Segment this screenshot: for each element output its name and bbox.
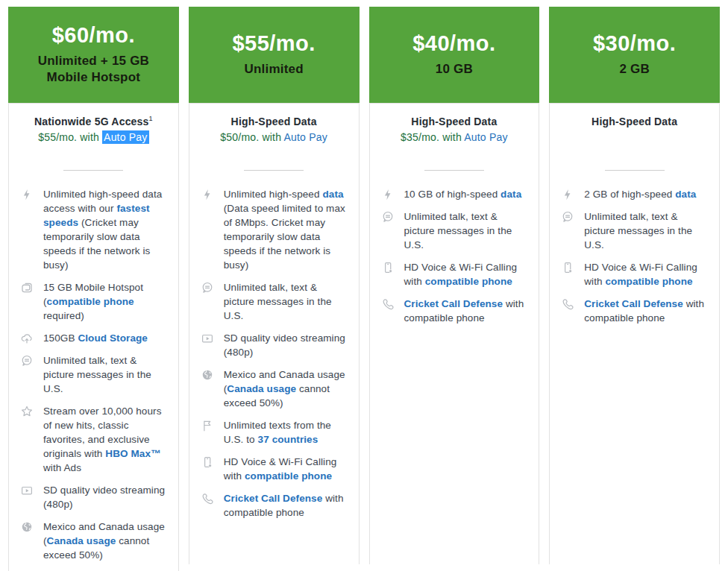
auto-pay-link[interactable]: Auto Pay (464, 131, 507, 143)
plan-header: $30/mo. 2 GB (549, 7, 720, 103)
plan-price: $60/mo. (52, 24, 136, 48)
autopay-line: $35/mo. with Auto Pay (370, 131, 539, 143)
feature-text: Mexico and Canada usage (Canada usage ca… (224, 367, 350, 410)
feature-item: Unlimited high-speed data (Data speed li… (201, 187, 350, 272)
feature-item: HD Voice & Wi-Fi Calling with compatible… (381, 260, 530, 288)
feature-list: 10 GB of high-speed dataUnlimited talk, … (370, 171, 539, 331)
feature-item: Cricket Call Defense with compatible pho… (381, 297, 530, 325)
plan-header: $40/mo. 10 GB (369, 7, 540, 103)
feature-text: Stream over 10,000 hours of new hits, cl… (43, 404, 169, 475)
star-icon (20, 405, 34, 418)
feature-link[interactable]: compatible phone (425, 276, 512, 287)
auto-pay-link[interactable]: Auto Pay (283, 131, 327, 143)
feature-item: Unlimited texts from the U.S. to 37 coun… (201, 418, 350, 447)
autopay-price: $55/mo. with (38, 131, 102, 143)
plan-subtitle: Unlimited + 15 GB Mobile Hotspot (17, 53, 170, 86)
feature-text: Cricket Call Defense with compatible pho… (584, 297, 710, 325)
plan-card-40: $40/mo. 10 GB High-Speed Data $35/mo. wi… (369, 7, 540, 564)
feature-link[interactable]: HBO Max™ (105, 448, 160, 459)
autopay-price: $35/mo. with (401, 131, 464, 143)
plan-card-30: $30/mo. 2 GB High-Speed Data 2 GB of hig… (549, 7, 720, 564)
feature-item: Mexico and Canada usage (Canada usage ca… (201, 367, 350, 410)
video-icon (201, 332, 214, 345)
plan-card-55: $55/mo. Unlimited High-Speed Data $50/mo… (189, 7, 360, 564)
feature-item: Stream over 10,000 hours of new hits, cl… (20, 404, 169, 475)
feature-text-segment: 150GB (43, 332, 78, 344)
feature-link[interactable]: Canada usage (227, 383, 296, 394)
feature-link[interactable]: compatible phone (47, 296, 134, 307)
plan-subtitle: 10 GB (436, 61, 473, 78)
feature-text: Cricket Call Defense with compatible pho… (224, 491, 350, 520)
feature-text: 2 GB of high-speed data (584, 187, 710, 201)
feature-text-segment: Unlimited high-speed (224, 189, 323, 200)
feature-text: 15 GB Mobile Hotspot (compatible phone r… (43, 280, 169, 323)
plan-subheader: Nationwide 5G Access1 $55/mo. with Auto … (9, 104, 178, 158)
feature-list: 2 GB of high-speed dataUnlimited talk, t… (550, 171, 719, 331)
feature-text: HD Voice & Wi-Fi Calling with compatible… (224, 455, 350, 483)
feature-text-segment: Unlimited talk, text & picture messages … (584, 211, 692, 250)
subheader-title: Nationwide 5G Access1 (9, 116, 178, 127)
chat-icon (20, 354, 34, 367)
feature-link[interactable]: 37 countries (258, 434, 318, 445)
footnote-marker: 1 (149, 115, 153, 122)
feature-item: HD Voice & Wi-Fi Calling with compatible… (201, 455, 350, 483)
feature-text: Unlimited talk, text & picture messages … (43, 353, 169, 396)
feature-link[interactable]: Cloud Storage (78, 332, 148, 344)
lightning-icon (561, 188, 574, 201)
feature-link[interactable]: Cricket Call Defense (584, 298, 683, 309)
chat-icon (381, 210, 395, 224)
lightning-icon (381, 188, 395, 201)
feature-item: 15 GB Mobile Hotspot (compatible phone r… (20, 280, 169, 323)
plan-subheader: High-Speed Data $50/mo. with Auto Pay (189, 104, 359, 158)
feature-text: Cricket Call Defense with compatible pho… (404, 297, 530, 325)
feature-link[interactable]: data (675, 189, 696, 200)
feature-link[interactable]: data (501, 189, 521, 200)
feature-text-segment: Unlimited talk, text & picture messages … (224, 282, 332, 321)
feature-link[interactable]: compatible phone (245, 470, 332, 482)
feature-link[interactable]: data (322, 189, 343, 200)
feature-text-segment: Unlimited talk, text & picture messages … (43, 355, 151, 394)
globe-icon (201, 368, 214, 382)
feature-text: 10 GB of high-speed data (404, 187, 530, 201)
feature-item: Unlimited talk, text & picture messages … (561, 209, 710, 252)
feature-item: 2 GB of high-speed data (561, 187, 710, 201)
feature-item: SD quality video streaming (480p) (20, 483, 169, 511)
feature-item: Cricket Call Defense with compatible pho… (201, 491, 350, 520)
subheader-title: High-Speed Data (370, 116, 539, 127)
plan-price: $40/mo. (412, 32, 496, 56)
autopay-price: $50/mo. with (220, 131, 283, 143)
feature-text: Mexico and Canada usage (Canada usage ca… (43, 520, 169, 562)
feature-link[interactable]: Canada usage (47, 535, 116, 546)
plan-subtitle: 2 GB (619, 61, 649, 78)
feature-text: Unlimited high-speed data access with ou… (43, 187, 169, 272)
plan-body: Nationwide 5G Access1 $55/mo. with Auto … (8, 103, 179, 571)
plan-price: $30/mo. (593, 32, 677, 56)
feature-link[interactable]: Cricket Call Defense (404, 298, 503, 309)
handset-icon (201, 492, 214, 505)
auto-pay-link[interactable]: Auto Pay (102, 130, 148, 144)
plan-body: High-Speed Data $35/mo. with Auto Pay 10… (369, 103, 540, 564)
feature-text-segment: Unlimited talk, text & picture messages … (404, 211, 512, 250)
lightning-icon (20, 188, 34, 201)
phone-icon (201, 455, 214, 469)
plan-header: $60/mo. Unlimited + 15 GB Mobile Hotspot (8, 7, 179, 103)
feature-link[interactable]: compatible phone (606, 276, 693, 287)
autopay-line: $50/mo. with Auto Pay (189, 131, 359, 143)
feature-text: Unlimited talk, text & picture messages … (404, 209, 530, 252)
feature-text: Unlimited high-speed data (Data speed li… (224, 187, 350, 272)
feature-item: 10 GB of high-speed data (381, 187, 530, 201)
feature-item: Unlimited high-speed data access with ou… (20, 187, 169, 272)
feature-text-segment: 10 GB of high-speed (404, 189, 501, 200)
feature-item: Cricket Call Defense with compatible pho… (561, 297, 710, 325)
autopay-line: $55/mo. with Auto Pay (9, 131, 178, 143)
plan-subheader: High-Speed Data (550, 104, 719, 158)
feature-item: Unlimited talk, text & picture messages … (201, 280, 350, 323)
feature-link[interactable]: Cricket Call Defense (224, 493, 323, 504)
phone-icon (561, 261, 574, 274)
plan-subtitle: Unlimited (245, 61, 304, 78)
feature-item: SD quality video streaming (480p) (201, 331, 350, 359)
globe-icon (20, 520, 34, 534)
cloud-upload-icon (20, 332, 34, 345)
feature-text-segment: 2 GB of high-speed (584, 189, 675, 200)
feature-text-segment: SD quality video streaming (480p) (43, 485, 165, 510)
